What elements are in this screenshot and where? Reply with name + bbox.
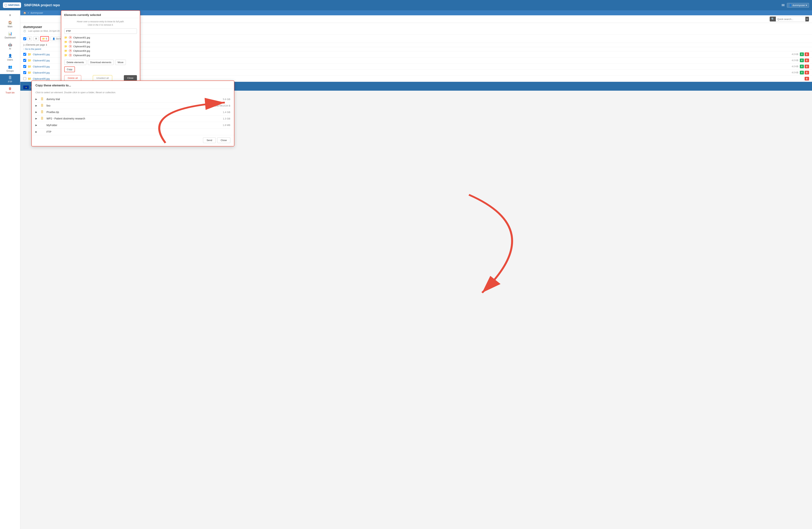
send-button[interactable]: Send (203, 138, 216, 143)
popup-copy-hint: Click to select an element. Double click… (32, 89, 234, 96)
logo-icon: ⬡ (4, 3, 8, 7)
file-folder-icon-4: 📁 (28, 71, 31, 74)
search-dropdown-button[interactable]: ▾ (806, 17, 809, 22)
elements-per-page-label: Elements per page: (26, 44, 45, 46)
download-button-4[interactable]: ⬇ (800, 71, 804, 74)
copy-list-item-2: ▶ 🗄 lixo --1987961534 B (35, 102, 230, 109)
sidebar-item-ai[interactable]: 🤖 AI (0, 41, 20, 52)
sidebar-item-trash[interactable]: 🗑 Trash bin (0, 85, 20, 96)
back-icon: 👤 (53, 38, 55, 40)
popup-file-name-5: Clipboard05.jpg (73, 54, 90, 57)
goto-parent-label: Go to the parent (25, 48, 41, 51)
copy-item-folder-icon-3: 🗄 (41, 111, 44, 114)
info-button[interactable]: ℹ (28, 37, 32, 41)
file-actions-3: ⬇ 🗑 (800, 65, 809, 68)
breadcrumb-home[interactable]: 🏠 (23, 12, 26, 14)
upload-button[interactable]: ⬆ (33, 37, 39, 41)
sidebar-item-dashboard[interactable]: 📊 Dashboard (0, 30, 20, 41)
popup-remove-btn-3[interactable]: ✕ (69, 45, 72, 48)
copy-item-folder-icon-6: ⠀ (41, 130, 44, 133)
download-button-3[interactable]: ⬇ (800, 65, 804, 68)
copy-item-name-6[interactable]: FTP (46, 130, 199, 133)
chevron-right-icon-5[interactable]: ▶ (35, 124, 39, 127)
selection-count: 📁 5 (40, 36, 49, 41)
download-elements-button[interactable]: Download elements (88, 60, 114, 65)
delete-button-2[interactable]: 🗑 (804, 59, 809, 62)
file-checkbox-1[interactable] (23, 53, 26, 56)
copy-item-name-1[interactable]: dummy trial (46, 98, 199, 101)
file-folder-icon-3: 📁 (28, 65, 31, 68)
breadcrumb-current[interactable]: dummyuser (31, 12, 43, 14)
popup-copy-title: Copy these elements to... (32, 81, 234, 89)
sidebar-label-groups: Groups (6, 70, 14, 72)
file-checkbox-2[interactable] (23, 59, 26, 62)
search-button[interactable]: 🔍 (770, 17, 776, 22)
select-all-checkbox[interactable] (23, 37, 26, 40)
file-name-3[interactable]: Clipboard03.jpg (33, 65, 786, 68)
file-name-2[interactable]: Clipboard02.jpg (33, 59, 786, 62)
delete-elements-button[interactable]: Delete elements (64, 60, 86, 65)
file-checkbox-4[interactable] (23, 71, 26, 74)
meta-date: Last update on Wed, 24 April 20 (28, 30, 60, 32)
collapse-icon: |◁ (23, 44, 26, 46)
hamburger-button[interactable]: ≡ (0, 12, 20, 19)
chevron-right-icon-2[interactable]: ▶ (35, 104, 39, 107)
file-checkbox-5[interactable] (23, 77, 26, 80)
delete-button-4[interactable]: 🗑 (804, 71, 809, 74)
main-content: 🏠 > dummyuser 🔍 ▾ dummyuser 🕐 Last updat… (20, 10, 812, 529)
download-button-1[interactable]: ⬇ (800, 53, 804, 56)
file-name-1[interactable]: Clipboard01.jpg (33, 53, 786, 56)
delete-button-1[interactable]: 🗑 (804, 53, 809, 56)
popup-filter-input[interactable] (64, 28, 137, 34)
move-button[interactable]: Move (115, 60, 126, 65)
popup-remove-btn-2[interactable]: ✕ (69, 40, 72, 43)
file-name-4[interactable]: Clipboard04.jpg (33, 71, 786, 74)
chevron-right-icon-6[interactable]: ▶ (35, 130, 39, 133)
download-button-2[interactable]: ⬇ (800, 59, 804, 62)
popup-file-folder-icon-1: 📁 (64, 36, 67, 39)
copy-item-name-5[interactable]: MyFolder (46, 124, 199, 127)
search-input-wrap: 🔍 ▾ (770, 16, 809, 22)
sidebar-item-ftp[interactable]: 🗄 FTP (0, 74, 20, 85)
user-menu[interactable]: 👤 dummyuser ▾ (787, 3, 809, 8)
file-checkbox-3[interactable] (23, 65, 26, 68)
delete-all-button[interactable]: Delete all (64, 75, 81, 81)
unselect-all-button[interactable]: Unselect all (93, 75, 112, 81)
sidebar-label-trash: Trash bin (5, 91, 15, 94)
popup-copy-list: ▶ 🗄 dummy trial 5.6 GB ▶ 🗄 lixo --198796… (32, 96, 234, 135)
copy-item-name-4[interactable]: WP2 - Patient dosimetry research (46, 117, 199, 120)
resource-meta: 🕐 Last update on Wed, 24 April 20 👤 Crea… (23, 30, 809, 32)
popup-remove-btn-4[interactable]: ✕ (69, 49, 72, 52)
popup-remove-btn-1[interactable]: ✕ (69, 36, 72, 39)
file-actions-2: ⬇ 🗑 (800, 59, 809, 62)
copy-item-name-2[interactable]: lixo (46, 104, 199, 107)
search-input[interactable] (776, 17, 806, 22)
popup-selected-actions: Delete elements Download elements Move C… (61, 57, 140, 74)
ai-icon: 🤖 (8, 43, 12, 47)
popup-file-list: 📁 ✕ Clipboard01.jpg 📁 ✕ Clipboard02.jpg … (61, 35, 140, 57)
chevron-right-icon-3[interactable]: ▶ (35, 111, 39, 113)
chevron-right-icon-4[interactable]: ▶ (35, 117, 39, 120)
mail-icon[interactable]: ✉ (782, 3, 785, 8)
copy-list-item-3: ▶ 🗄 Prueba-zip 1.4 GB (35, 109, 230, 115)
delete-button-3[interactable]: 🗑 (804, 65, 809, 68)
elements-per-page-info-icon[interactable]: ℹ (46, 44, 47, 46)
logo[interactable]: ⬡ SINFONIA (3, 2, 21, 8)
popup-close-button[interactable]: Close (124, 75, 137, 81)
chevron-right-icon-1[interactable]: ▶ (35, 98, 39, 100)
sidebar-item-users[interactable]: 👤 Users (0, 52, 20, 63)
sidebar-item-groups[interactable]: 👥 Groups (0, 63, 20, 74)
copy-item-size-3: 1.4 GB (201, 111, 230, 114)
popup-file-name-4: Clipboard04.jpg (73, 49, 90, 52)
popup-file-folder-icon-2: 📁 (64, 40, 67, 43)
copy-list-item-4: ▶ 🗄 WP2 - Patient dosimetry research 1.3… (35, 115, 230, 122)
ftp-icon: 🗄 (9, 76, 12, 80)
delete-button-5[interactable]: 🗑 (804, 77, 809, 81)
sidebar-item-main[interactable]: 🏠 Main (0, 19, 20, 30)
copy-button[interactable]: Copy (64, 67, 75, 72)
copy-close-button[interactable]: Close (217, 138, 230, 143)
popup-remove-btn-5[interactable]: ✕ (69, 54, 72, 57)
copy-item-name-3[interactable]: Prueba-zip (46, 111, 199, 114)
file-name-5[interactable]: Clipboard05.jpg (33, 77, 791, 80)
popup-hint-line1: Hover over a resource entry to know its … (64, 20, 137, 23)
